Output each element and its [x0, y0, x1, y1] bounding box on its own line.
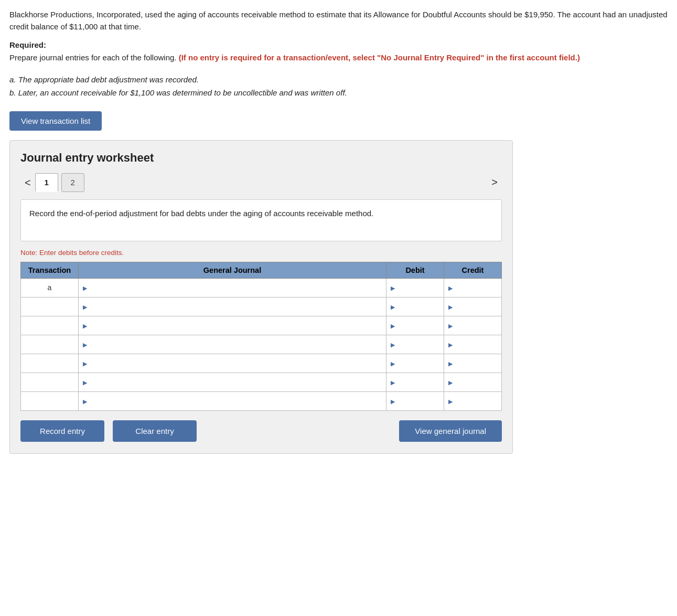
required-label: Required:	[9, 40, 668, 49]
instruction-plain: Prepare journal entries for each of the …	[9, 53, 179, 62]
cell-transaction-1	[21, 297, 79, 316]
tabs-row: < 1 2 >	[20, 173, 502, 192]
note-text: Note: Enter debits before credits.	[20, 249, 502, 257]
cell-general-6[interactable]	[79, 391, 386, 410]
bottom-buttons: Record entry Clear entry View general jo…	[20, 420, 502, 442]
col-header-credit: Credit	[444, 262, 502, 278]
table-row	[21, 373, 502, 391]
cell-debit-5[interactable]	[386, 373, 444, 391]
cell-credit-6[interactable]	[444, 391, 502, 410]
cell-credit-5[interactable]	[444, 373, 502, 391]
view-general-journal-button[interactable]: View general journal	[399, 420, 502, 442]
cell-debit-0[interactable]	[386, 278, 444, 297]
cell-general-3[interactable]	[79, 335, 386, 354]
cell-transaction-2	[21, 316, 79, 335]
cell-transaction-3	[21, 335, 79, 354]
tab-nav-left[interactable]: <	[20, 175, 35, 190]
cell-debit-2[interactable]	[386, 316, 444, 335]
intro-text: Blackhorse Productions, Incorporated, us…	[9, 8, 668, 33]
cell-credit-3[interactable]	[444, 335, 502, 354]
worksheet-title: Journal entry worksheet	[20, 151, 502, 165]
cell-transaction-0: a	[21, 278, 79, 297]
cell-credit-1[interactable]	[444, 297, 502, 316]
table-row	[21, 354, 502, 373]
table-row	[21, 316, 502, 335]
clear-entry-button[interactable]: Clear entry	[113, 420, 197, 442]
cell-debit-6[interactable]	[386, 391, 444, 410]
cell-general-0[interactable]	[79, 278, 386, 297]
record-entry-button[interactable]: Record entry	[20, 420, 104, 442]
table-row	[21, 297, 502, 316]
cell-general-4[interactable]	[79, 354, 386, 373]
cell-general-5[interactable]	[79, 373, 386, 391]
tab-1[interactable]: 1	[35, 173, 58, 192]
problems-section: a. The appropriate bad debt adjustment w…	[9, 73, 668, 100]
instruction-highlight: (If no entry is required for a transacti…	[179, 53, 580, 62]
cell-general-1[interactable]	[79, 297, 386, 316]
worksheet-container: Journal entry worksheet < 1 2 > Record t…	[9, 140, 513, 454]
problem-a: a. The appropriate bad debt adjustment w…	[9, 73, 668, 87]
col-header-transaction: Transaction	[21, 262, 79, 278]
cell-credit-2[interactable]	[444, 316, 502, 335]
description-box: Record the end-of-period adjustment for …	[20, 199, 502, 241]
cell-transaction-4	[21, 354, 79, 373]
tab-nav-right[interactable]: >	[487, 174, 502, 190]
tab-2[interactable]: 2	[61, 173, 84, 192]
view-transaction-button[interactable]: View transaction list	[9, 111, 102, 131]
journal-table: Transaction General Journal Debit Credit…	[20, 262, 502, 411]
cell-general-2[interactable]	[79, 316, 386, 335]
cell-transaction-6	[21, 391, 79, 410]
table-row	[21, 391, 502, 410]
cell-credit-4[interactable]	[444, 354, 502, 373]
cell-debit-3[interactable]	[386, 335, 444, 354]
cell-transaction-5	[21, 373, 79, 391]
table-row: a	[21, 278, 502, 297]
cell-debit-1[interactable]	[386, 297, 444, 316]
required-instruction: Prepare journal entries for each of the …	[9, 51, 668, 63]
cell-debit-4[interactable]	[386, 354, 444, 373]
cell-credit-0[interactable]	[444, 278, 502, 297]
col-header-debit: Debit	[386, 262, 444, 278]
col-header-general-journal: General Journal	[79, 262, 386, 278]
table-row	[21, 335, 502, 354]
problem-b: b. Later, an account receivable for $1,1…	[9, 86, 668, 100]
